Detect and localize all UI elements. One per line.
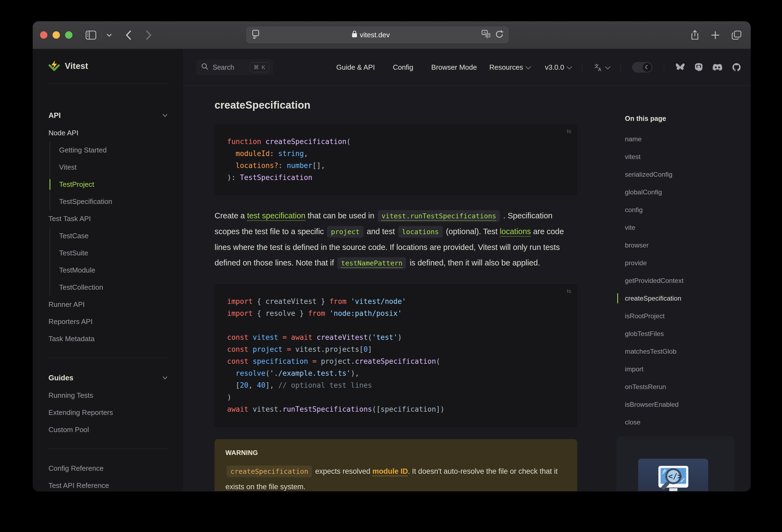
code-block-signature[interactable]: ts function createSpecification( moduleI… — [215, 124, 577, 196]
code-token: import — [227, 309, 253, 317]
search-button[interactable]: Search ⌘ K — [196, 59, 273, 75]
sidebar-item-testmodule[interactable]: TestModule — [59, 262, 168, 279]
minimize-window-button[interactable] — [52, 31, 60, 39]
toc-item-matchestestglob[interactable]: matchesTestGlob — [625, 343, 742, 360]
code-token — [227, 369, 236, 377]
code-token: 'test' — [372, 333, 397, 342]
description-paragraph: Create a test specification that can be … — [215, 208, 577, 271]
sidebar-item-config-reference[interactable]: Config Reference — [48, 460, 168, 477]
code-token: { resolve } — [253, 309, 308, 317]
code-line — [227, 319, 566, 331]
discord-icon[interactable] — [713, 64, 722, 71]
zoom-window-button[interactable] — [65, 31, 72, 39]
code-token: , — [304, 149, 308, 157]
url-text[interactable]: vitest.dev — [360, 31, 390, 39]
sidebar-section-title[interactable]: API — [48, 106, 168, 125]
translate-icon[interactable]: A 文 — [482, 30, 491, 40]
warning-callout: WARNING createSpecification expects reso… — [215, 439, 577, 491]
nav-link-guide-api[interactable]: Guide & API — [336, 63, 375, 72]
url-bar[interactable]: vitest.dev A 文 — [246, 27, 509, 43]
sidebar-item-testproject[interactable]: TestProject — [59, 176, 168, 193]
toc-item-vitest[interactable]: vitest — [625, 148, 742, 166]
code-lines: function createSpecification( moduleId: … — [227, 136, 566, 183]
nav-dropdown-resources[interactable]: Resources — [489, 63, 530, 72]
sidebar-chevron-down-icon[interactable] — [106, 33, 112, 37]
vitest-logo-icon — [48, 59, 61, 73]
toc-item-close[interactable]: close — [625, 413, 742, 431]
search-icon — [201, 63, 208, 72]
toc-item-browser[interactable]: browser — [625, 236, 742, 254]
sidebar-item-runner-api[interactable]: Runner API — [48, 296, 168, 313]
nav-link-browser-mode[interactable]: Browser Mode — [431, 63, 477, 72]
code-block-example[interactable]: ts import { createVitest } from 'vitest/… — [215, 284, 577, 427]
code-token: moduleId — [236, 149, 270, 157]
reader-icon[interactable] — [252, 29, 260, 40]
sidebar-item-testspecification[interactable]: TestSpecification — [59, 193, 168, 210]
code-token: string — [278, 149, 304, 157]
sidebar-item-testcollection[interactable]: TestCollection — [59, 279, 168, 296]
toc-item-isbrowserenabled[interactable]: isBrowserEnabled — [625, 396, 742, 413]
reload-icon[interactable] — [495, 30, 503, 40]
language-icon[interactable]: 文 A — [594, 63, 609, 72]
code-token: function — [227, 138, 265, 146]
code-lang-badge: ts — [567, 128, 571, 135]
warning-body: createSpecification expects resolved mod… — [225, 464, 566, 491]
close-window-button[interactable] — [40, 31, 47, 39]
sidebar-item-vitest[interactable]: Vitest — [59, 159, 168, 176]
sidebar-item-reporters-api[interactable]: Reporters API — [48, 313, 168, 330]
sidebar-item-extending-reporters[interactable]: Extending Reporters — [48, 404, 168, 421]
toc-item-vite[interactable]: vite — [625, 219, 742, 236]
sidebar-item-testsuite[interactable]: TestSuite — [59, 245, 168, 262]
theme-toggle[interactable]: ☾ — [632, 62, 652, 72]
svg-text:A: A — [484, 31, 486, 35]
toc-item-serializedconfig[interactable]: serializedConfig — [625, 166, 742, 183]
sidebar-nav: APINode APIGetting StartedVitestTestProj… — [33, 83, 183, 491]
sidebar-toggle-icon[interactable] — [85, 31, 96, 40]
logo-row[interactable]: Vitest — [33, 49, 183, 83]
code-token: ( — [436, 357, 440, 365]
text-link[interactable]: module ID — [372, 467, 408, 475]
toc-item-name[interactable]: name — [625, 130, 742, 148]
back-button[interactable] — [126, 30, 132, 40]
toc-item-createspecification[interactable]: createSpecification — [625, 289, 742, 307]
sidebar-item-test-task-api[interactable]: Test Task API — [48, 210, 168, 227]
toc-item-provide[interactable]: provide — [625, 254, 742, 272]
toc-item-getprovidedcontext[interactable]: getProvidedContext — [625, 272, 742, 289]
code-token: [], — [312, 162, 325, 170]
text-link[interactable]: test specification — [247, 211, 305, 220]
github-icon[interactable] — [732, 63, 741, 72]
toc-item-import[interactable]: import — [625, 360, 742, 378]
toc-item-globtestfiles[interactable]: globTestFiles — [625, 325, 742, 343]
sidebar-item-custom-pool[interactable]: Custom Pool — [48, 421, 168, 438]
mastodon-icon[interactable] — [695, 63, 703, 72]
toc-item-config[interactable]: config — [625, 201, 742, 219]
code-token: // optional test lines — [278, 381, 372, 389]
toc-item-globalconfig[interactable]: globalConfig — [625, 183, 742, 201]
toc-item-ontestsrerun[interactable]: onTestsRerun — [625, 378, 742, 396]
code-token: ( — [346, 138, 351, 146]
toc-item-isrootproject[interactable]: isRootProject — [625, 307, 742, 325]
forward-button[interactable] — [146, 30, 152, 40]
sidebar-item-testcase[interactable]: TestCase — [59, 227, 168, 245]
sidebar-section-title[interactable]: Guides — [48, 369, 168, 387]
sidebar-item-node-api[interactable]: Node API — [48, 125, 168, 142]
sidebar-item-getting-started[interactable]: Getting Started — [59, 142, 168, 159]
sidebar-item-running-tests[interactable]: Running Tests — [48, 387, 168, 404]
share-icon[interactable] — [691, 30, 699, 40]
text-link[interactable]: locations — [500, 227, 531, 236]
sidebar-subgroup: Getting StartedVitestTestProjectTestSpec… — [49, 142, 168, 210]
inline-code-link[interactable]: testNamePattern — [337, 257, 406, 269]
new-tab-icon[interactable] — [711, 31, 720, 39]
sidebar-item-test-api-reference[interactable]: Test API Reference — [48, 477, 168, 491]
code-token: './example.test.ts' — [270, 369, 351, 377]
code-token: ) — [227, 393, 232, 401]
inline-code-link[interactable]: vitest.runTestSpecifications — [378, 210, 500, 222]
bluesky-icon[interactable] — [676, 63, 685, 71]
code-line: import { resolve } from 'node:path/posix… — [227, 307, 566, 319]
sidebar-item-task-metadata[interactable]: Task Metadata — [48, 330, 168, 347]
nav-link-config[interactable]: Config — [393, 63, 413, 72]
tabs-overview-icon[interactable] — [732, 31, 741, 40]
ad-card[interactable]: </> — [617, 436, 735, 491]
nav-dropdown-version[interactable]: v3.0.0 — [545, 63, 571, 72]
text-run: Create a — [215, 211, 247, 220]
